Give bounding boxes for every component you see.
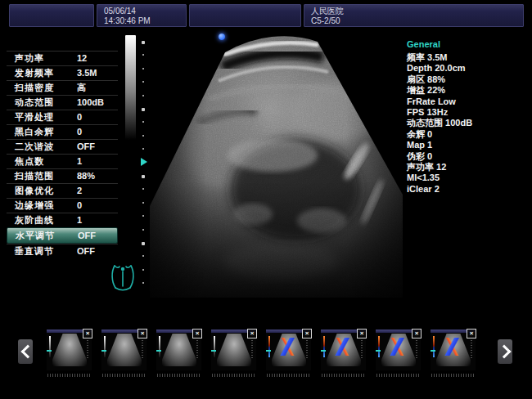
param-value: 88% <box>77 169 95 183</box>
param-row-bw-persistence[interactable]: 黑白余辉0 <box>7 124 118 139</box>
doppler-overlay <box>442 338 463 356</box>
thumbnail-scale-bar <box>49 336 51 357</box>
thumbnail-text-column <box>251 335 253 358</box>
param-row-harmonic[interactable]: 二次谐波OFF <box>7 139 118 154</box>
thumbnail-text-column <box>142 335 143 358</box>
depth-minor-tick <box>142 121 144 123</box>
info-persistence: 余辉 0 <box>407 129 530 140</box>
thumbnail-caption <box>102 374 145 377</box>
param-label: 扫描密度 <box>15 81 54 95</box>
param-row-dynamic-range[interactable]: 动态范围100dB <box>7 95 118 110</box>
thumbnail-focus-marker-icon <box>431 350 435 352</box>
titlebar-segment-hospital: 人民医院 C5-2/50 <box>304 4 524 27</box>
param-row-scan-range[interactable]: 扫描范围88% <box>7 168 118 183</box>
info-acoustic-power: 声功率 12 <box>407 162 530 173</box>
param-row-vertical-adjust[interactable]: 垂直调节OFF <box>7 244 118 258</box>
doppler-overlay <box>332 338 354 356</box>
param-row-gray-curve[interactable]: 灰阶曲线1 <box>7 213 118 227</box>
param-label: 扫描范围 <box>15 169 54 183</box>
thumbnail-focus-marker-icon <box>47 350 52 352</box>
doppler-overlay <box>387 338 408 356</box>
thumbnail-close-icon[interactable]: × <box>138 329 147 338</box>
param-row-horizontal-adjust-selected[interactable]: 水平调节OFF <box>7 227 118 244</box>
depth-ruler <box>140 41 147 299</box>
param-label: 发射频率 <box>15 66 54 80</box>
thumbnail[interactable]: × <box>101 330 147 370</box>
thumbnail-scale-bar <box>378 336 380 357</box>
param-row-edge-enhance[interactable]: 边缘增强0 <box>7 198 118 213</box>
thumbnail-focus-marker-icon <box>101 350 106 352</box>
thumbnail-image <box>217 334 251 366</box>
thumbnail-text-column <box>416 335 417 358</box>
depth-minor-tick <box>142 229 144 231</box>
prev-thumbnails-button[interactable] <box>18 339 33 364</box>
param-value: 2 <box>77 184 82 198</box>
depth-minor-tick <box>142 81 144 83</box>
next-thumbnails-button[interactable] <box>498 339 512 364</box>
thumbnail-close-icon[interactable]: × <box>467 329 476 338</box>
thumbnail-text-column <box>196 335 198 358</box>
param-row-acoustic-power[interactable]: 声功率12 <box>7 51 118 65</box>
ultrasound-image[interactable] <box>150 34 403 299</box>
thumbnail-caption <box>322 374 364 377</box>
depth-major-tick <box>142 175 145 178</box>
depth-minor-tick <box>142 202 144 204</box>
time-text: 14:30:46 PM <box>104 16 186 26</box>
thumbnail-scale-bar <box>104 336 106 357</box>
thumbnail[interactable]: × <box>431 330 476 370</box>
thumbnail-close-icon[interactable]: × <box>302 329 312 338</box>
thumbnail-close-icon[interactable]: × <box>192 329 202 338</box>
thumbnail[interactable]: × <box>376 330 421 370</box>
thumbnail-caption <box>376 374 419 377</box>
param-row-scan-density[interactable]: 扫描密度高 <box>7 80 118 95</box>
param-label: 黑白余辉 <box>15 125 54 139</box>
info-depth: Depth 20.0cm <box>407 63 530 74</box>
info-sector: 扇区 88% <box>407 74 530 85</box>
thumbnail[interactable]: × <box>156 330 201 370</box>
param-value: 100dB <box>77 96 104 110</box>
thumbnail-scale-bar <box>323 336 325 357</box>
thumbnail-focus-marker-icon <box>156 350 161 352</box>
param-label: 声功率 <box>15 52 44 65</box>
thumbnail-close-icon[interactable]: × <box>247 329 257 338</box>
param-row-smoothing[interactable]: 平滑处理0 <box>7 110 118 124</box>
image-info-panel: General 频率 3.5M Depth 20.0cm 扇区 88% 增益 2… <box>407 39 530 195</box>
thumbnail-close-icon[interactable]: × <box>83 329 92 338</box>
param-value: OFF <box>77 244 95 258</box>
param-row-image-optimize[interactable]: 图像优化2 <box>7 183 118 198</box>
thumbnail[interactable]: × <box>47 330 92 370</box>
thumbnail-scale-bar <box>433 336 435 357</box>
info-mi: MI<1.35 <box>407 173 530 183</box>
depth-minor-tick <box>142 135 144 137</box>
param-label: 水平调节 <box>16 228 55 243</box>
depth-minor-tick <box>142 269 144 271</box>
thumbnail-close-icon[interactable]: × <box>357 329 367 338</box>
depth-minor-tick <box>142 282 144 284</box>
thumbnail-scale-bar <box>159 336 160 357</box>
thumbnail[interactable]: × <box>321 330 366 370</box>
info-framerate: FrRate Low <box>407 96 530 107</box>
param-row-tx-frequency[interactable]: 发射频率3.5M <box>7 65 118 80</box>
thumbnail-focus-marker-icon <box>321 350 326 352</box>
param-value: 0 <box>77 110 82 124</box>
param-label: 动态范围 <box>15 96 54 110</box>
thumbnail[interactable]: × <box>211 330 256 370</box>
info-dynamic-range: 动态范围 100dB <box>407 118 530 128</box>
body-mark-icon[interactable] <box>109 262 137 293</box>
thumbnail-caption <box>267 374 309 377</box>
thumbnail-close-icon[interactable]: × <box>412 329 422 338</box>
param-value: 0 <box>77 125 82 139</box>
param-label: 边缘增强 <box>15 199 54 213</box>
thumbnail-caption <box>212 374 255 377</box>
param-row-focus-count[interactable]: 焦点数1 <box>7 154 118 168</box>
focus-marker-icon[interactable] <box>141 158 147 166</box>
probe-model: C5-2/50 <box>311 16 523 26</box>
thumbnail[interactable]: × <box>266 330 311 370</box>
param-value: 高 <box>77 81 86 95</box>
param-label: 焦点数 <box>15 155 44 168</box>
depth-minor-tick <box>142 54 144 56</box>
thumbnail-scale-bar <box>214 336 215 357</box>
thumbnail-text-column <box>361 335 363 358</box>
info-pseudocolor: 伪彩 0 <box>407 151 530 162</box>
param-value: 1 <box>77 155 82 168</box>
